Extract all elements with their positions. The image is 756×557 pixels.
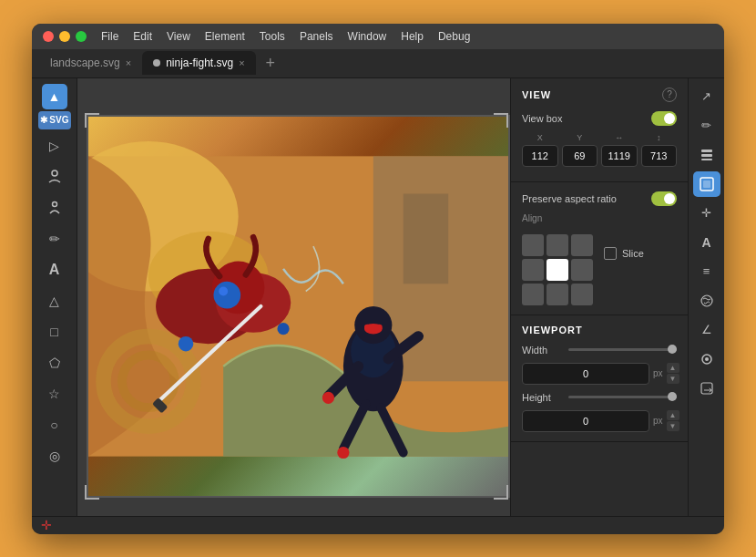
- tool-person2[interactable]: [38, 193, 71, 222]
- width-slider[interactable]: [568, 348, 677, 351]
- menu-tools[interactable]: Tools: [260, 30, 285, 43]
- app-window: File Edit View Element Tools Panels Wind…: [32, 24, 724, 534]
- width-slider-thumb[interactable]: [668, 345, 677, 354]
- rtool-angle[interactable]: ∠: [693, 317, 720, 343]
- canvas-area: [77, 78, 510, 516]
- menu-help[interactable]: Help: [401, 30, 424, 43]
- align-mc[interactable]: [547, 259, 568, 281]
- menu-file[interactable]: File: [101, 30, 118, 43]
- left-toolbar: ▲ ✱ SVG ▷ ✏ A △ □ ⬠ ☆ ○ ◎: [32, 78, 77, 516]
- right-toolbar: ↗ ✏ ✛ A ≡: [688, 78, 724, 516]
- menu-edit[interactable]: Edit: [133, 30, 152, 43]
- tab-landscape-close[interactable]: ×: [126, 57, 131, 68]
- menu-element[interactable]: Element: [205, 30, 245, 43]
- height-label: Height: [522, 392, 563, 403]
- rtool-color[interactable]: [693, 346, 720, 372]
- align-tr[interactable]: [571, 234, 593, 256]
- viewport-title: Viewport: [522, 325, 583, 335]
- svg-point-26: [337, 446, 349, 458]
- viewbox-label: View box: [522, 113, 562, 124]
- width-spinners: ▲ ▼: [667, 363, 679, 384]
- slice-row: Slice: [604, 247, 644, 260]
- canvas-top-bar: [77, 78, 510, 111]
- rtool-mask[interactable]: [693, 288, 720, 314]
- aspect-ratio-section: Preserve aspect ratio Align: [511, 182, 688, 315]
- rtool-list[interactable]: ≡: [693, 259, 720, 284]
- corner-marker-tr: [494, 113, 508, 128]
- viewbox-x-input[interactable]: [522, 145, 558, 167]
- align-br[interactable]: [571, 284, 593, 305]
- tool-target[interactable]: ◎: [38, 441, 71, 470]
- x-label: X: [537, 133, 543, 142]
- height-increment[interactable]: ▲: [667, 410, 679, 420]
- tool-star[interactable]: ☆: [38, 379, 71, 408]
- tool-person1[interactable]: [38, 162, 71, 191]
- tool-arrow[interactable]: ▷: [38, 131, 71, 160]
- artwork-canvas[interactable]: [87, 115, 510, 498]
- tool-pentagon[interactable]: ⬠: [38, 348, 71, 377]
- tab-ninja-fight[interactable]: ninja-fight.svg ×: [142, 51, 255, 75]
- tool-rect[interactable]: □: [38, 317, 71, 346]
- align-tl[interactable]: [522, 234, 544, 256]
- tool-circle[interactable]: ○: [38, 410, 71, 439]
- view-header: VIEW ?: [522, 88, 677, 102]
- align-ml[interactable]: [522, 259, 544, 281]
- rtool-text[interactable]: A: [693, 230, 720, 255]
- align-bc[interactable]: [547, 284, 568, 305]
- traffic-lights: [43, 31, 87, 42]
- coord-y-col: Y: [562, 133, 598, 167]
- minimize-button[interactable]: [59, 31, 70, 42]
- rtool-cursor[interactable]: ↗: [693, 84, 720, 109]
- height-slider-thumb[interactable]: [668, 392, 677, 401]
- svg-rect-20: [364, 324, 383, 330]
- rtool-select-box[interactable]: [693, 171, 720, 197]
- menu-view[interactable]: View: [167, 30, 190, 43]
- menu-bar: File Edit View Element Tools Panels Wind…: [101, 30, 470, 43]
- viewbox-coords-labels: X Y ↔ ↕: [522, 133, 677, 167]
- align-mr[interactable]: [571, 259, 593, 281]
- tool-text[interactable]: A: [38, 255, 71, 284]
- width-decrement[interactable]: ▼: [667, 374, 679, 384]
- rtool-pen[interactable]: ✏: [693, 113, 720, 139]
- aspect-toggle-row: Preserve aspect ratio: [522, 191, 677, 206]
- rtool-move[interactable]: ✛: [693, 201, 720, 226]
- viewbox-w-input[interactable]: [601, 145, 638, 167]
- menu-debug[interactable]: Debug: [438, 30, 470, 43]
- tab-ninja-fight-close[interactable]: ×: [239, 57, 244, 68]
- main-area: ▲ ✱ SVG ▷ ✏ A △ □ ⬠ ☆ ○ ◎: [32, 78, 724, 516]
- tool-triangle[interactable]: △: [38, 286, 71, 315]
- rtool-layers[interactable]: [693, 142, 720, 168]
- svg-point-25: [322, 391, 334, 403]
- align-tc[interactable]: [547, 234, 568, 256]
- svg-rect-31: [701, 159, 712, 160]
- menu-panels[interactable]: Panels: [300, 30, 333, 43]
- height-slider[interactable]: [568, 396, 677, 398]
- coord-x-col: X: [522, 133, 558, 167]
- viewbox-h-input[interactable]: [641, 145, 678, 167]
- menu-window[interactable]: Window: [348, 30, 387, 43]
- tab-ninja-fight-indicator: [153, 59, 160, 67]
- maximize-button[interactable]: [76, 31, 87, 42]
- svg-rect-8: [404, 193, 448, 284]
- svg-point-15: [277, 323, 289, 335]
- align-label: Align: [522, 213, 677, 223]
- tab-landscape[interactable]: landscape.svg ×: [39, 51, 142, 75]
- tool-pencil[interactable]: ✏: [38, 224, 71, 253]
- aspect-toggle[interactable]: [651, 191, 677, 206]
- align-bl[interactable]: [522, 284, 544, 305]
- slice-checkbox[interactable]: [604, 247, 617, 260]
- svg-badge[interactable]: ✱ SVG: [38, 111, 71, 129]
- tab-add-button[interactable]: +: [260, 52, 281, 74]
- rtool-export[interactable]: [693, 376, 720, 401]
- close-button[interactable]: [43, 31, 54, 42]
- viewbox-y-input[interactable]: [562, 145, 598, 167]
- width-px-label: px: [653, 368, 663, 378]
- width-input[interactable]: [522, 363, 649, 385]
- viewbox-toggle[interactable]: [651, 111, 677, 126]
- help-button[interactable]: ?: [662, 88, 677, 102]
- width-increment[interactable]: ▲: [667, 363, 679, 373]
- height-decrement[interactable]: ▼: [667, 421, 679, 431]
- height-input[interactable]: [522, 410, 649, 432]
- select-arrow-tool[interactable]: ▲: [42, 84, 67, 109]
- w-label: ↔: [615, 133, 623, 142]
